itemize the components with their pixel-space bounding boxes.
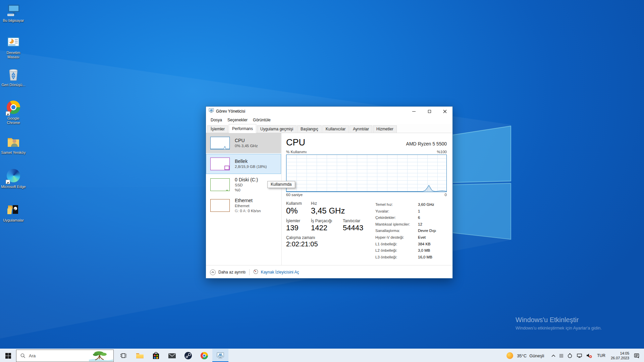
desktop-icon-this-pc[interactable]: Bu bilgisayar: [1, 3, 26, 23]
cpu-detail-panel: CPU AMD Ryzen 5 5500 % Kullanımı %100 60…: [282, 133, 452, 265]
tray-language-indicator[interactable]: TUR: [594, 353, 608, 358]
graph-x-left: 60 saniye: [286, 193, 303, 197]
stat-processes-label: İşlemler: [286, 219, 311, 223]
sidebar-ethernet-title: Ethernet: [235, 198, 261, 203]
detail-label: Hyper-V desteği:: [375, 234, 418, 241]
desktop-icon-control-panel[interactable]: Denetim Masası: [1, 35, 26, 59]
tab-app-history[interactable]: Uygulama geçmişi: [257, 125, 297, 133]
open-resource-monitor-link[interactable]: Kaynak İzleyicisini Aç: [261, 270, 299, 275]
detail-value: 384 KB: [418, 241, 431, 248]
taskbar-steam-button[interactable]: [180, 349, 196, 362]
window-title: Görev Yöneticisi: [216, 109, 245, 114]
menu-bar: Dosya Seçenekler Görüntüle: [206, 116, 452, 124]
desktop-icon-recycle-bin[interactable]: Geri Dönüşü...: [1, 67, 26, 87]
maximize-icon: [428, 110, 431, 113]
microsoft-store-icon: [152, 352, 160, 360]
chevron-up-icon: [551, 355, 555, 357]
tab-processes[interactable]: İşlemler: [207, 125, 228, 133]
graph-x-right: 0: [445, 193, 447, 197]
shortcut-arrow-icon: [6, 111, 10, 116]
chrome-icon: [6, 101, 21, 115]
desktop-icon-microsoft-edge[interactable]: Microsoft Edge: [1, 168, 26, 189]
stat-speed-value: 3,45 GHz: [311, 206, 345, 216]
desktop-icon-label: Denetim Masası: [1, 51, 26, 59]
taskbar-task-manager-button[interactable]: [212, 349, 228, 362]
search-highlight-image[interactable]: [89, 350, 113, 361]
sidebar-item-ethernet[interactable]: Ethernet Ethernet G: 0 A: 0 Kb/sn: [206, 195, 281, 216]
stat-uptime-value: 2:02:21:05: [286, 240, 318, 248]
desktop-icon-apps-folder[interactable]: Uygulamalar: [1, 202, 26, 223]
tray-meet-now[interactable]: [565, 349, 575, 362]
tray-show-hidden-icons[interactable]: [549, 349, 557, 362]
menu-options[interactable]: Seçenekler: [225, 118, 250, 122]
detail-value: 1: [418, 208, 420, 215]
this-pc-icon: [6, 3, 21, 17]
taskbar-file-explorer-button[interactable]: [132, 349, 148, 362]
tab-services[interactable]: Hizmetler: [373, 125, 397, 133]
menu-file[interactable]: Dosya: [208, 118, 225, 122]
taskbar-store-button[interactable]: [148, 349, 164, 362]
cpu-device-name: AMD Ryzen 5 5500: [406, 141, 447, 148]
weather-condition: Güneşli: [529, 353, 544, 358]
tab-users[interactable]: Kullanıcılar: [322, 125, 349, 133]
close-button[interactable]: [437, 107, 452, 116]
stat-threads-label: İş Parçacığı: [311, 219, 343, 223]
taskbar-weather-widget[interactable]: 35°C Güneşli: [506, 352, 544, 359]
shortcut-arrow-icon: [6, 180, 10, 184]
detail-label: Çekirdekler:: [375, 215, 418, 221]
app-square-icon: [559, 354, 563, 358]
desktop-icon-user-folder[interactable]: Samet Yeniköy: [1, 135, 26, 155]
fewer-details-toggle[interactable]: Daha az ayrıntı: [210, 269, 246, 275]
tx-value: 0 Kb/sn: [248, 209, 261, 213]
detail-label: Yuvalar:: [375, 208, 418, 215]
steam-icon: [184, 352, 192, 360]
chrome-icon: [201, 352, 208, 359]
sidebar-cpu-title: CPU: [235, 138, 258, 143]
desktop-icon-label: Microsoft Edge: [1, 185, 26, 189]
sidebar-ethernet-sub: Ethernet: [235, 203, 261, 208]
watermark-subtitle: Windows'u etkinleştirmek için Ayarlar'a …: [516, 325, 602, 330]
taskbar-mail-button[interactable]: [164, 349, 180, 362]
detail-value: 3,0 MB: [418, 247, 430, 254]
sidebar-disk-sub2: %0: [235, 188, 258, 193]
taskbar-search-box[interactable]: [16, 350, 114, 362]
detail-label: L3 önbelleği:: [375, 254, 418, 261]
task-manager-footer: Daha az ayrıntı Kaynak İzleyicisini Aç: [206, 265, 452, 279]
sidebar-memory-sub: 2,8/15,9 GB (18%): [235, 164, 267, 169]
detail-value: 16,0 MB: [418, 254, 432, 261]
cpu-mini-graph: [210, 137, 230, 149]
taskbar-task-view-button[interactable]: [116, 349, 132, 362]
resource-monitor-icon: [253, 269, 258, 276]
sidebar-disk-title: 0 Diski (C:): [235, 177, 258, 183]
footer-separator: [249, 269, 250, 275]
fewer-details-label: Daha az ayrıntı: [218, 270, 246, 275]
recycle-bin-icon: [6, 67, 21, 82]
title-bar[interactable]: Görev Yöneticisi: [206, 107, 452, 116]
task-manager-window: Görev Yöneticisi Dosya Seçenekler Görünt…: [206, 106, 453, 279]
performance-sidebar: CPU 0% 3,45 GHz Bellek 2,8/15,9 GB (18%): [206, 133, 281, 216]
search-icon: [20, 353, 25, 358]
taskbar-chrome-button[interactable]: [196, 349, 212, 362]
tray-network[interactable]: [575, 349, 584, 362]
cpu-panel-title: CPU: [286, 137, 305, 148]
tray-app-icon[interactable]: [557, 349, 565, 362]
tab-performance[interactable]: Performans: [229, 124, 256, 133]
start-button[interactable]: [0, 349, 16, 362]
tab-startup[interactable]: Başlangıç: [297, 125, 322, 133]
tab-details[interactable]: Ayrıntılar: [350, 125, 372, 133]
desktop-icon-label: Geri Dönüşü...: [1, 83, 26, 87]
graph-y-max: %100: [437, 150, 447, 154]
sidebar-item-memory[interactable]: Bellek 2,8/15,9 GB (18%): [206, 154, 281, 174]
tray-clock[interactable]: 14:05 26.07.2023: [608, 351, 632, 360]
sidebar-item-cpu[interactable]: CPU 0% 3,45 GHz: [206, 133, 281, 153]
menu-view[interactable]: Görüntüle: [250, 118, 273, 122]
tray-volume[interactable]: [584, 349, 594, 362]
search-input[interactable]: [28, 353, 89, 359]
stat-usage-value: 0%: [286, 206, 311, 216]
desktop-icon-google-chrome[interactable]: Google Chrome: [1, 100, 26, 125]
stat-handles-label: Tanıtıcılar: [343, 219, 363, 223]
tray-action-center[interactable]: [632, 349, 642, 362]
maximize-button[interactable]: [422, 107, 437, 116]
minimize-button[interactable]: [406, 107, 422, 116]
file-explorer-icon: [136, 352, 144, 359]
